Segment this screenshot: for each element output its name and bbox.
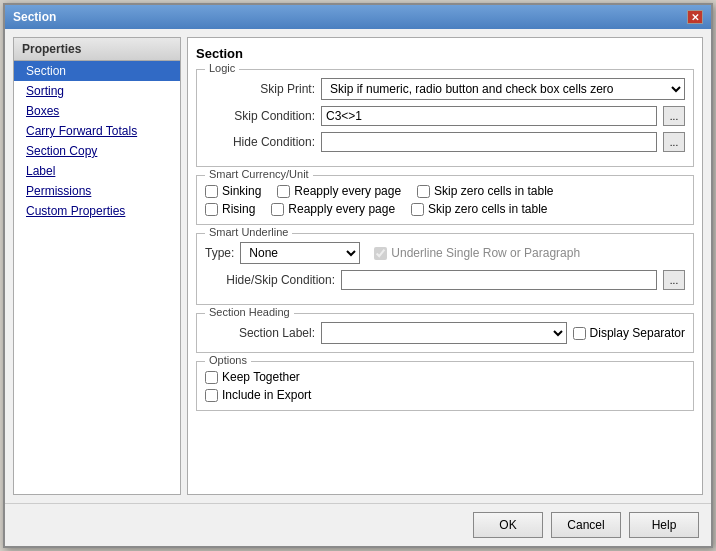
smart-underline-group: Smart Underline Type: None Underline Sin…: [196, 233, 694, 305]
ok-button[interactable]: OK: [473, 512, 543, 538]
section-dialog: Section ✕ Properties Section Sorting Box…: [3, 3, 713, 548]
logic-group: Logic Skip Print: Skip if numeric, radio…: [196, 69, 694, 167]
type-label: Type:: [205, 246, 234, 260]
sidebar-item-permissions[interactable]: Permissions: [14, 181, 180, 201]
hide-condition-row: Hide Condition: ...: [205, 132, 685, 152]
smart-currency-group: Smart Currency/Unit Sinking Reapply ever…: [196, 175, 694, 225]
rising-skip-zero-item: Skip zero cells in table: [411, 202, 547, 216]
hide-skip-label: Hide/Skip Condition:: [205, 273, 335, 287]
sinking-reapply-label: Reapply every page: [294, 184, 401, 198]
underline-single-checkbox[interactable]: [374, 247, 387, 260]
keep-together-checkbox[interactable]: [205, 371, 218, 384]
hide-skip-input[interactable]: [341, 270, 657, 290]
sinking-skip-zero-item: Skip zero cells in table: [417, 184, 553, 198]
sidebar-item-sorting[interactable]: Sorting: [14, 81, 180, 101]
include-export-label: Include in Export: [222, 388, 311, 402]
sidebar-item-boxes[interactable]: Boxes: [14, 101, 180, 121]
display-separator-checkbox[interactable]: [573, 327, 586, 340]
rising-reapply-label: Reapply every page: [288, 202, 395, 216]
dialog-body: Properties Section Sorting Boxes Carry F…: [5, 29, 711, 503]
section-heading-group: Section Heading Section Label: Display S…: [196, 313, 694, 353]
rising-row: Rising Reapply every page Skip zero cell…: [205, 202, 685, 216]
include-export-checkbox[interactable]: [205, 389, 218, 402]
right-panel: Section Logic Skip Print: Skip if numeri…: [187, 37, 703, 495]
sidebar-item-carry-forward-totals[interactable]: Carry Forward Totals: [14, 121, 180, 141]
dialog-footer: OK Cancel Help: [5, 503, 711, 546]
rising-skip-zero-checkbox[interactable]: [411, 203, 424, 216]
sinking-label: Sinking: [222, 184, 261, 198]
sinking-reapply-item: Reapply every page: [277, 184, 401, 198]
sinking-item: Sinking: [205, 184, 261, 198]
hide-skip-browse-button[interactable]: ...: [663, 270, 685, 290]
underline-type-container: Type: None: [205, 242, 360, 264]
smart-underline-title: Smart Underline: [205, 226, 292, 238]
right-panel-title: Section: [196, 46, 694, 61]
sidebar-item-section[interactable]: Section: [14, 61, 180, 81]
sidebar-item-section-copy[interactable]: Section Copy: [14, 141, 180, 161]
include-export-row: Include in Export: [205, 388, 685, 402]
left-panel-header: Properties: [14, 38, 180, 61]
keep-together-label: Keep Together: [222, 370, 300, 384]
skip-condition-input[interactable]: [321, 106, 657, 126]
underline-single-row-item: Underline Single Row or Paragraph: [374, 246, 580, 260]
left-panel: Properties Section Sorting Boxes Carry F…: [13, 37, 181, 495]
hide-condition-label: Hide Condition:: [205, 135, 315, 149]
sinking-skip-zero-checkbox[interactable]: [417, 185, 430, 198]
skip-condition-row: Skip Condition: ...: [205, 106, 685, 126]
rising-label: Rising: [222, 202, 255, 216]
rising-item: Rising: [205, 202, 255, 216]
rising-reapply-item: Reapply every page: [271, 202, 395, 216]
cancel-button[interactable]: Cancel: [551, 512, 621, 538]
dialog-title: Section: [13, 10, 56, 24]
title-bar: Section ✕: [5, 5, 711, 29]
sinking-checkbox[interactable]: [205, 185, 218, 198]
options-group: Options Keep Together Include in Export: [196, 361, 694, 411]
section-label-row: Section Label: Display Separator: [205, 322, 685, 344]
options-title: Options: [205, 354, 251, 366]
logic-group-title: Logic: [205, 62, 239, 74]
section-label-label: Section Label:: [205, 326, 315, 340]
sidebar-item-label[interactable]: Label: [14, 161, 180, 181]
smart-currency-rows: Sinking Reapply every page Skip zero cel…: [205, 184, 685, 216]
section-heading-title: Section Heading: [205, 306, 294, 318]
skip-print-row: Skip Print: Skip if numeric, radio butto…: [205, 78, 685, 100]
sinking-reapply-checkbox[interactable]: [277, 185, 290, 198]
display-separator-label: Display Separator: [590, 326, 685, 340]
rising-skip-zero-label: Skip zero cells in table: [428, 202, 547, 216]
underline-type-select[interactable]: None: [240, 242, 360, 264]
hide-condition-input[interactable]: [321, 132, 657, 152]
hide-skip-row: Hide/Skip Condition: ...: [205, 270, 685, 290]
underline-single-label: Underline Single Row or Paragraph: [391, 246, 580, 260]
hide-condition-browse-button[interactable]: ...: [663, 132, 685, 152]
skip-print-label: Skip Print:: [205, 82, 315, 96]
display-separator-item: Display Separator: [573, 326, 685, 340]
sidebar-item-custom-properties[interactable]: Custom Properties: [14, 201, 180, 221]
rising-reapply-checkbox[interactable]: [271, 203, 284, 216]
skip-print-select[interactable]: Skip if numeric, radio button and check …: [321, 78, 685, 100]
smart-currency-title: Smart Currency/Unit: [205, 168, 313, 180]
sinking-skip-zero-label: Skip zero cells in table: [434, 184, 553, 198]
underline-type-row: Type: None Underline Single Row or Parag…: [205, 242, 685, 264]
keep-together-row: Keep Together: [205, 370, 685, 384]
skip-condition-browse-button[interactable]: ...: [663, 106, 685, 126]
section-label-select[interactable]: [321, 322, 567, 344]
sinking-row: Sinking Reapply every page Skip zero cel…: [205, 184, 685, 198]
options-rows: Keep Together Include in Export: [205, 370, 685, 402]
help-button[interactable]: Help: [629, 512, 699, 538]
skip-condition-label: Skip Condition:: [205, 109, 315, 123]
close-button[interactable]: ✕: [687, 10, 703, 24]
rising-checkbox[interactable]: [205, 203, 218, 216]
